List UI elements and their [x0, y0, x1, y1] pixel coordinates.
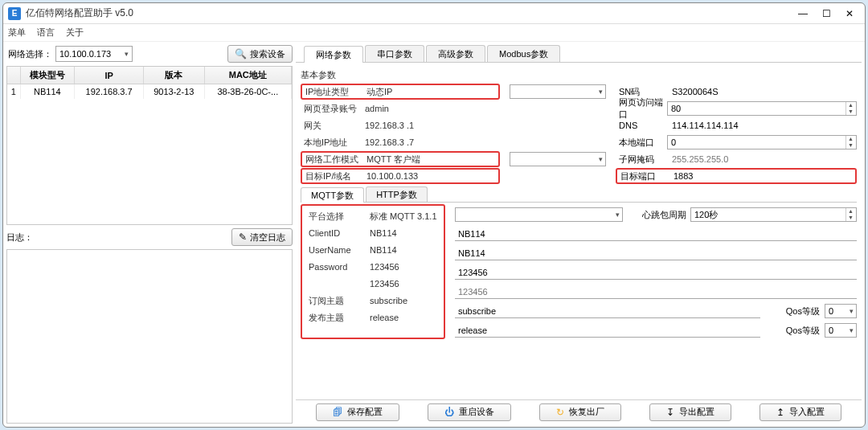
sub-topic-value: subscribe — [366, 296, 440, 305]
subnet-label: 子网掩码 — [616, 154, 667, 166]
clientid-input[interactable] — [455, 227, 857, 241]
export-config-button[interactable]: ↧导出配置 — [649, 403, 731, 421]
th-idx — [7, 67, 20, 84]
heartbeat-input[interactable]: 120秒▲▼ — [690, 207, 857, 222]
password-hint-input[interactable] — [455, 285, 857, 299]
platform-combo[interactable] — [455, 207, 623, 222]
clear-icon: ✎ — [239, 231, 247, 243]
password-input[interactable] — [455, 265, 857, 280]
username-input[interactable] — [455, 246, 857, 260]
network-select-label: 网络选择： — [6, 48, 52, 60]
password-label: Password — [305, 262, 366, 272]
left-panel: 网络选择： 10.100.0.173 🔍 搜索设备 模块型号 IP 版本 MAC… — [6, 45, 293, 424]
mode-value: MQTT 客户端 — [363, 154, 498, 166]
platform-label: 平台选择 — [305, 211, 366, 223]
subtab-http[interactable]: HTTP参数 — [366, 186, 428, 202]
import-config-button[interactable]: ↥导入配置 — [760, 403, 841, 421]
clientid-label: ClientID — [305, 228, 366, 238]
sn-value: S3200064S — [667, 87, 794, 96]
username-value: NB114 — [366, 245, 440, 255]
web-port-input[interactable]: 80▲▼ — [667, 101, 857, 116]
network-select-row: 网络选择： 10.100.0.173 🔍 搜索设备 — [6, 45, 293, 63]
factory-reset-button[interactable]: ↻恢复出厂 — [539, 403, 621, 421]
web-port-label: 网页访问端口 — [616, 96, 667, 121]
clear-log-button[interactable]: ✎ 清空日志 — [231, 228, 293, 246]
mode-label: 网络工作模式 — [302, 154, 363, 166]
export-icon: ↧ — [666, 407, 674, 418]
log-area[interactable] — [6, 249, 293, 424]
th-ip: IP — [75, 67, 144, 84]
factory-icon: ↻ — [556, 407, 564, 418]
dns-label: DNS — [616, 121, 667, 130]
menu-about[interactable]: 关于 — [66, 27, 84, 39]
local-port-label: 本地端口 — [616, 137, 667, 149]
ip-type-label: IP地址类型 — [302, 86, 363, 98]
tab-serial[interactable]: 串口参数 — [365, 45, 424, 62]
ip-type-combo[interactable] — [510, 84, 606, 99]
import-icon: ↥ — [776, 407, 784, 418]
password-hint: 123456 — [366, 279, 440, 289]
qos-pub-combo[interactable]: 0 — [825, 323, 857, 338]
gateway-value: 192.168.3 .1 — [362, 121, 500, 130]
sub-topic-input[interactable] — [455, 304, 760, 318]
window-title: 亿佰特网络配置助手 v5.0 — [26, 6, 798, 20]
local-ip-value: 192.168.3 .7 — [362, 137, 500, 147]
qos-sub-label: Qos等级 — [786, 305, 820, 317]
subtab-mqtt[interactable]: MQTT参数 — [301, 187, 364, 203]
tab-network[interactable]: 网络参数 — [304, 46, 363, 63]
basic-params-label: 基本参数 — [301, 68, 857, 83]
log-label: 日志： — [6, 231, 33, 244]
target-ip-value: 10.100.0.133 — [363, 171, 498, 181]
search-device-label: 搜索设备 — [250, 48, 285, 60]
device-table: 模块型号 IP 版本 MAC地址 1 NB114 192.168.3.7 901… — [6, 66, 293, 225]
mode-combo[interactable] — [510, 152, 606, 166]
maximize-button[interactable]: ☐ — [822, 8, 831, 19]
clientid-value: NB114 — [366, 228, 440, 238]
table-row[interactable]: 1 NB114 192.168.3.7 9013-2-13 38-3B-26-0… — [7, 84, 292, 100]
search-icon: 🔍 — [235, 48, 247, 59]
th-mac: MAC地址 — [204, 67, 291, 84]
pub-topic-value: release — [366, 313, 440, 322]
tab-advanced[interactable]: 高级参数 — [426, 45, 485, 62]
main-tabs: 网络参数 串口参数 高级参数 Modbus参数 — [296, 45, 862, 63]
network-select-dropdown[interactable]: 10.100.0.173 — [55, 46, 133, 62]
dns-value: 114.114.114.114 — [667, 121, 794, 130]
log-header-row: 日志： ✎ 清空日志 — [6, 228, 293, 246]
platform-value: 标准 MQTT 3.1.1 — [366, 211, 440, 223]
reboot-icon: ⏻ — [444, 407, 454, 418]
target-port-value: 1883 — [669, 171, 796, 181]
local-port-input[interactable]: 0▲▼ — [667, 135, 857, 149]
local-ip-label: 本地IP地址 — [301, 137, 362, 149]
footer-buttons: 🗐保存配置 ⏻重启设备 ↻恢复出厂 ↧导出配置 ↥导入配置 — [296, 399, 862, 424]
minimize-button[interactable]: — — [798, 8, 808, 19]
pub-topic-input[interactable] — [455, 323, 760, 338]
th-version: 版本 — [144, 67, 205, 84]
title-bar: E 亿佰特网络配置助手 v5.0 — ☐ ✕ — [3, 3, 865, 24]
qos-pub-label: Qos等级 — [786, 325, 820, 337]
close-button[interactable]: ✕ — [845, 8, 854, 19]
right-panel: 网络参数 串口参数 高级参数 Modbus参数 基本参数 IP地址类型 动态IP… — [296, 45, 862, 424]
target-ip-label: 目标IP/域名 — [302, 170, 363, 182]
search-device-button[interactable]: 🔍 搜索设备 — [227, 45, 293, 63]
window-controls: — ☐ ✕ — [798, 8, 860, 19]
web-user-value: admin — [362, 104, 500, 113]
menu-language[interactable]: 语言 — [37, 27, 55, 39]
reboot-device-button[interactable]: ⏻重启设备 — [428, 403, 511, 421]
clear-log-label: 清空日志 — [250, 231, 285, 244]
subnet-value: 255.255.255.0 — [667, 154, 794, 164]
menu-menu[interactable]: 菜单 — [8, 27, 26, 39]
qos-sub-combo[interactable]: 0 — [825, 304, 857, 318]
username-label: UserName — [305, 245, 366, 255]
heartbeat-label: 心跳包周期 — [639, 209, 690, 221]
sub-tabs: MQTT参数 HTTP参数 — [301, 186, 857, 203]
pub-topic-label: 发布主题 — [305, 312, 366, 324]
save-config-button[interactable]: 🗐保存配置 — [316, 403, 399, 421]
target-port-label: 目标端口 — [617, 170, 669, 182]
save-icon: 🗐 — [333, 407, 342, 418]
tab-modbus[interactable]: Modbus参数 — [487, 45, 560, 62]
ip-type-value: 动态IP — [363, 86, 497, 98]
app-window: E 亿佰特网络配置助手 v5.0 — ☐ ✕ 菜单 语言 关于 网络选择： 10… — [2, 2, 866, 428]
app-icon: E — [8, 7, 21, 20]
sub-topic-label: 订阅主题 — [305, 295, 366, 307]
menu-bar: 菜单 语言 关于 — [3, 24, 865, 42]
